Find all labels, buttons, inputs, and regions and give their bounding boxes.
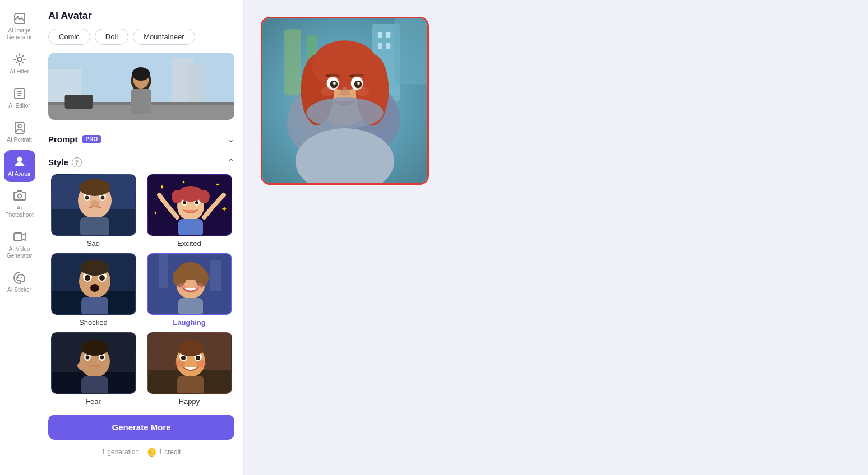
- svg-point-112: [321, 87, 334, 96]
- style-item-fear[interactable]: Fear: [48, 332, 138, 406]
- svg-text:✦: ✦: [182, 180, 186, 185]
- svg-rect-92: [394, 18, 427, 85]
- svg-point-66: [195, 283, 204, 289]
- svg-rect-17: [65, 95, 93, 109]
- credit-text-before: 1 generation =: [101, 448, 145, 456]
- pro-badge: PRO: [82, 135, 101, 143]
- style-header: Style ? ⌃: [48, 157, 234, 167]
- svg-point-9: [17, 277, 19, 278]
- svg-text:✦: ✦: [221, 204, 228, 213]
- svg-point-2: [17, 57, 22, 62]
- style-section: Style ? ⌃: [39, 150, 243, 174]
- sidebar-item-ai-image-generator[interactable]: AI Image Generator: [4, 7, 35, 45]
- chip-mountaineer[interactable]: Mountaineer: [133, 29, 195, 45]
- style-item-excited[interactable]: ✦ ✦ ✦ ✦ ✦: [144, 174, 234, 248]
- style-item-sad[interactable]: Sad: [48, 174, 138, 248]
- svg-rect-96: [386, 43, 391, 49]
- style-item-happy[interactable]: Happy: [144, 332, 234, 406]
- sidebar-item-ai-photoshoot[interactable]: AI Photoshoot: [4, 184, 35, 223]
- chip-doll[interactable]: Doll: [95, 29, 128, 45]
- svg-point-82: [181, 356, 186, 360]
- svg-rect-8: [14, 233, 22, 241]
- prompt-row[interactable]: Prompt PRO ⌄: [39, 128, 243, 150]
- style-title: Style ?: [48, 157, 82, 167]
- svg-point-44: [172, 190, 183, 203]
- style-thumb-happy: [147, 332, 232, 394]
- svg-point-27: [85, 196, 89, 200]
- icon-sidebar: AI Image Generator AI Filter AI Editor: [0, 0, 39, 475]
- svg-point-21: [132, 67, 150, 81]
- svg-point-55: [80, 260, 109, 276]
- svg-point-74: [81, 340, 109, 356]
- svg-point-111: [357, 82, 360, 85]
- svg-rect-46: [178, 219, 203, 236]
- svg-point-73: [100, 356, 104, 360]
- style-label-text: Style: [48, 157, 68, 167]
- svg-rect-19: [131, 89, 151, 114]
- sidebar-item-ai-editor[interactable]: AI Editor: [4, 82, 35, 114]
- svg-point-5: [18, 124, 21, 128]
- chip-comic[interactable]: Comic: [48, 29, 90, 45]
- style-item-shocked[interactable]: Shocked: [48, 253, 138, 327]
- sidebar-item-label-ai-filter: AI Filter: [10, 68, 29, 75]
- svg-point-10: [21, 277, 22, 278]
- credit-coin-icon: 🪙: [147, 448, 156, 457]
- prompt-chevron-down-icon[interactable]: ⌄: [227, 134, 234, 145]
- sticker-icon: [12, 271, 27, 285]
- svg-point-113: [356, 87, 370, 96]
- svg-rect-93: [378, 32, 382, 38]
- generate-more-button[interactable]: Generate More: [48, 415, 234, 440]
- style-label-laughing: Laughing: [173, 318, 206, 327]
- panel-sidebar: AI Avatar Comic Doll Mountaineer: [39, 0, 244, 475]
- style-item-laughing[interactable]: Laughing: [144, 253, 234, 327]
- svg-point-85: [175, 360, 185, 367]
- svg-point-42: [195, 201, 198, 204]
- photoshoot-icon: [12, 189, 27, 203]
- sidebar-item-label-ai-video: AI Video Generator: [6, 246, 33, 259]
- panel-title: AI Avatar: [39, 0, 243, 29]
- uploaded-photo: [48, 53, 234, 120]
- filter-icon: [12, 52, 27, 67]
- svg-rect-87: [177, 376, 204, 394]
- sidebar-item-ai-avatar[interactable]: AI Avatar: [4, 150, 35, 182]
- style-label-excited: Excited: [177, 239, 201, 248]
- svg-point-7: [17, 194, 21, 198]
- credit-text-after: 1 credit: [159, 448, 181, 456]
- svg-point-53: [99, 275, 105, 281]
- style-thumb-excited: ✦ ✦ ✦ ✦ ✦: [147, 174, 232, 236]
- sidebar-item-label-ai-editor: AI Editor: [8, 103, 30, 109]
- result-image-container: [261, 17, 429, 185]
- svg-point-84: [177, 341, 204, 356]
- style-help-icon[interactable]: ?: [72, 157, 82, 167]
- svg-point-28: [100, 196, 104, 200]
- svg-rect-13: [188, 64, 205, 103]
- prompt-label: Prompt PRO: [48, 134, 101, 144]
- sidebar-item-ai-sticker[interactable]: AI Sticker: [4, 266, 35, 298]
- style-thumb-fear: [51, 332, 136, 394]
- sidebar-item-label-ai-avatar: AI Avatar: [8, 171, 30, 178]
- sidebar-item-label-ai-image-generator: AI Image Generator: [6, 27, 33, 41]
- sidebar-item-ai-video-generator[interactable]: AI Video Generator: [4, 225, 35, 264]
- svg-rect-59: [210, 260, 221, 291]
- svg-point-52: [85, 275, 90, 281]
- sidebar-item-ai-portrait[interactable]: AI Portrait: [4, 116, 35, 148]
- svg-point-105: [312, 40, 378, 90]
- image-gen-icon: [12, 11, 27, 26]
- svg-text:✦: ✦: [154, 211, 158, 216]
- sidebar-item-ai-filter[interactable]: AI Filter: [4, 48, 35, 80]
- svg-point-86: [196, 360, 206, 367]
- style-thumb-laughing: [147, 253, 232, 315]
- sidebar-item-label-ai-photoshoot: AI Photoshoot: [5, 205, 34, 218]
- svg-point-45: [198, 190, 210, 203]
- svg-rect-95: [378, 43, 382, 49]
- style-thumb-sad: [51, 174, 136, 236]
- style-chips-row: Comic Doll Mountaineer: [39, 29, 243, 53]
- result-image: [262, 18, 427, 183]
- svg-point-75: [77, 361, 89, 370]
- style-chevron-up-icon[interactable]: ⌃: [227, 157, 234, 167]
- style-label-sad: Sad: [87, 239, 100, 248]
- portrait-icon: [12, 120, 27, 135]
- svg-point-83: [196, 356, 200, 360]
- svg-point-110: [333, 82, 336, 85]
- svg-point-30: [79, 179, 110, 196]
